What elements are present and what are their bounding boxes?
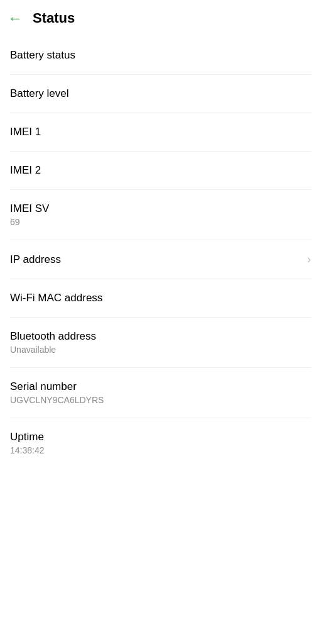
item-value-serial-number: UGVCLNY9CA6LDYRS <box>10 395 104 405</box>
status-item-serial-number: Serial numberUGVCLNY9CA6LDYRS <box>10 368 311 418</box>
item-label-uptime: Uptime <box>10 431 44 443</box>
item-value-uptime: 14:38:42 <box>10 445 45 455</box>
item-label-battery-status: Battery status <box>10 49 311 62</box>
status-item-bluetooth-address: Bluetooth addressUnavailable <box>10 318 311 367</box>
status-item-imei-sv: IMEI SV69 <box>10 190 311 240</box>
status-item-imei-2: IMEI 2 <box>10 152 311 189</box>
status-item-battery-status: Battery status <box>10 36 311 74</box>
item-label-imei-1: IMEI 1 <box>10 126 311 138</box>
chevron-right-icon: › <box>307 253 311 266</box>
item-label-ip-address: IP address <box>10 253 307 266</box>
status-list: Battery statusBattery levelIMEI 1IMEI 2I… <box>0 36 321 468</box>
status-item-ip-address[interactable]: IP address› <box>10 240 311 279</box>
item-label-serial-number: Serial number <box>10 380 77 393</box>
status-item-wifi-mac: Wi-Fi MAC address <box>10 279 311 317</box>
item-value-bluetooth-address: Unavailable <box>10 345 56 355</box>
status-item-battery-level: Battery level <box>10 75 311 113</box>
status-item-imei-1: IMEI 1 <box>10 113 311 151</box>
back-button[interactable]: ← <box>8 11 23 26</box>
item-label-battery-level: Battery level <box>10 87 311 100</box>
status-item-uptime: Uptime14:38:42 <box>10 418 311 468</box>
item-value-imei-sv: 69 <box>10 217 20 227</box>
header: ← Status <box>0 0 321 36</box>
item-label-imei-2: IMEI 2 <box>10 164 311 177</box>
item-label-bluetooth-address: Bluetooth address <box>10 330 96 343</box>
page-title: Status <box>33 10 75 26</box>
item-label-wifi-mac: Wi-Fi MAC address <box>10 292 311 304</box>
item-label-imei-sv: IMEI SV <box>10 203 49 215</box>
